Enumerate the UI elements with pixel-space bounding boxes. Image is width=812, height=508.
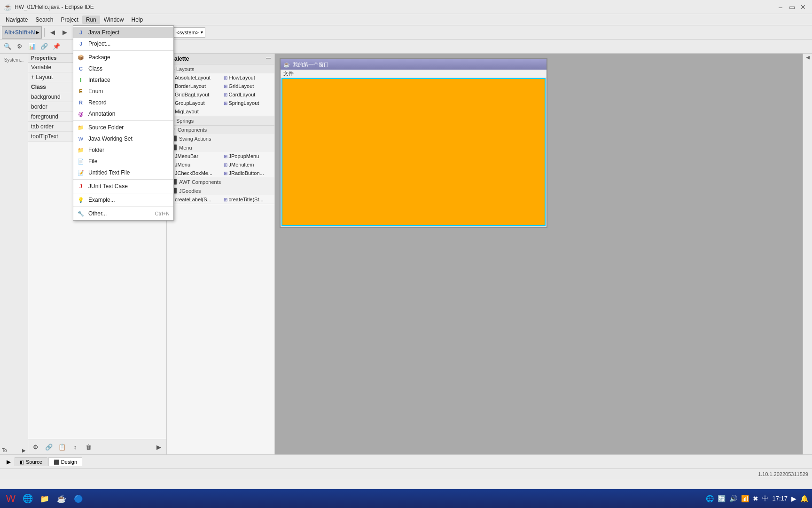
prop-btn-2[interactable]: 🔗 (43, 441, 55, 452)
prop-val-foreground[interactable]: 0,0,0 … (75, 112, 166, 122)
palette-item-jmenu[interactable]: ⊞JMenu (167, 161, 221, 168)
palette-close[interactable]: — (266, 56, 271, 61)
palette-swing-actions-header[interactable]: ⬛Swing Actions (167, 134, 274, 143)
palette-jgoodies-header[interactable]: ⬛JGoodies (167, 186, 274, 195)
palette-layouts-header[interactable]: ▶Layouts (167, 64, 274, 73)
prop-val-background[interactable]: ORANGE … (75, 92, 166, 102)
tab-expand-btn[interactable]: ▶ (4, 458, 14, 466)
prop-val-layout[interactable]: (java.awt.Border...) ▾ … (75, 72, 166, 82)
system-dropdown[interactable]: ☕ <system> ▾ (165, 27, 205, 38)
palette-item-flowlayout[interactable]: ⊞FlowLayout (221, 74, 275, 81)
maximize-button[interactable]: ▭ (787, 2, 797, 12)
new-button[interactable]: Alt+Shift+N ▶ (2, 26, 42, 39)
prop-val-tooltip[interactable] (75, 132, 166, 142)
properties-header: Properties (28, 54, 166, 63)
tab-design[interactable]: ⬛ Design (48, 457, 82, 466)
taskbar-network-icon: 🌐 (706, 495, 714, 502)
minimize-button[interactable]: – (775, 2, 786, 12)
toolbar2-btn2[interactable]: ⚙ (14, 41, 25, 52)
toolbar-fwd[interactable]: ▶ (59, 27, 70, 38)
palette-item-borderlayout[interactable]: ⊞BorderLayout (167, 82, 221, 90)
palette-item-jpopupmenu[interactable]: ⊞JPopupMenu (221, 152, 275, 160)
palette-item-jcheckboxmenu[interactable]: ⊞JCheckBoxMe... (167, 169, 221, 177)
palette-section-components: ▼Components ⬛Swing Actions ⬛Menu ⊞JMenuB… (167, 126, 274, 204)
menu-run[interactable]: Run (82, 16, 100, 24)
table-row: foreground 0,0,0 … (28, 112, 166, 122)
palette-item-gridbag[interactable]: ⊞GridBagLayout (167, 91, 221, 98)
toolbar-run[interactable]: ▶ (153, 27, 164, 38)
menu-navigate[interactable]: Navigate (2, 16, 31, 24)
toolbar2-btn5[interactable]: 📌 (51, 41, 62, 52)
palette-menu-header[interactable]: ⬛Menu (167, 143, 274, 152)
taskbar-ie[interactable]: 🌐 (21, 492, 35, 506)
palette-header: Palette — (167, 54, 274, 64)
prop-key-class: Class (28, 82, 75, 92)
toolbar2-btn3[interactable]: 📊 (26, 41, 38, 52)
properties-panel: Properties Variable contentPane + Layout… (28, 54, 167, 454)
palette-item-jmenubar[interactable]: ⊞JMenuBar (167, 152, 221, 160)
prop-btn-3[interactable]: 📋 (56, 441, 68, 452)
prop-btn-1[interactable]: ⚙ (30, 441, 41, 452)
palette-awt-header[interactable]: ⬛AWT Components (167, 177, 274, 186)
palette-components-header[interactable]: ▼Components (167, 126, 274, 134)
prop-key-variable: Variable (28, 63, 75, 72)
palette-item-createlabel[interactable]: ⊞createLabel(S... (167, 196, 221, 203)
var-table-container: Variable contentPane + Layout (java.awt.… (28, 63, 166, 439)
toolbar2-btn1[interactable]: 🔍 (2, 41, 13, 52)
prop-key-layout: + Layout (28, 72, 75, 82)
prop-val-class[interactable]: javax.swing.JPanel (75, 82, 166, 92)
taskbar-start[interactable]: W (4, 492, 18, 506)
menu-window[interactable]: Window (100, 16, 128, 24)
prop-key-border: border (28, 102, 75, 112)
prop-val-taborder[interactable] (75, 122, 166, 132)
toolbar-cut[interactable]: ✂ (112, 27, 124, 38)
table-row: background ORANGE … (28, 92, 166, 102)
canvas-window-title: ☕ 我的第一个窗口 (281, 59, 547, 70)
prop-btn-4[interactable]: ↕ (70, 441, 81, 452)
taskbar-media-icon: ▶ (791, 495, 796, 502)
taskbar-java[interactable]: ☕ (55, 492, 69, 506)
palette-item-jradiobtnmenu[interactable]: ⊞JRadioButton... (221, 169, 275, 177)
prop-val-variable[interactable]: contentPane (75, 63, 166, 72)
toolbar-back[interactable]: ◀ (47, 27, 58, 38)
prop-key-foreground: foreground (28, 112, 75, 122)
palette-item-miglayout[interactable]: ⊞MigLayout (167, 108, 274, 115)
palette-item-springlayout[interactable]: ⊞SpringLayout (221, 99, 275, 107)
close-button[interactable]: ✕ (798, 2, 808, 12)
prop-key-tooltip: toolTipText (28, 132, 75, 142)
palette-item-createtitle[interactable]: ⊞createTitle(St... (221, 196, 275, 203)
toolbar-print[interactable]: 🖨 (88, 27, 99, 38)
right-sidebar-label[interactable]: ▶ (803, 54, 812, 63)
properties-toolbar: ⚙ 🔗 📋 ↕ 🗑 ▶ (28, 439, 166, 454)
title-bar: ☕ HW_01/Hello.java - Eclipse IDE – ▭ ✕ (0, 0, 812, 14)
palette-row: ⊞AbsoluteLayout ⊞FlowLayout (167, 73, 274, 82)
prop-key-taborder: tab order (28, 122, 75, 132)
prop-btn-scroll[interactable]: ▶ (153, 441, 164, 452)
palette-item-absolutelayout[interactable]: ⊞AbsoluteLayout (167, 74, 221, 81)
menu-project[interactable]: Project (57, 16, 82, 24)
palette-item-cardlayout[interactable]: ⊞CardLayout (221, 91, 275, 98)
menu-search[interactable]: Search (31, 16, 57, 24)
palette-item-jmenuitem[interactable]: ⊞JMenultem (221, 161, 275, 168)
prop-btn-5[interactable]: 🗑 (83, 441, 94, 452)
menu-help[interactable]: Help (127, 16, 147, 24)
palette-springs-header[interactable]: ▶Springs (167, 116, 274, 125)
toolbar-save[interactable]: 💾 (76, 27, 87, 38)
palette-item-gridlayout[interactable]: ⊞GridLayout (221, 82, 275, 90)
toolbar-paste[interactable]: 📌 (125, 27, 136, 38)
palette-row: ⊞JMenu ⊞JMenultem (167, 160, 274, 169)
prop-val-border[interactable]: EmptyBorder … (75, 102, 166, 112)
toolbar-delete[interactable]: 🗑 (137, 27, 148, 38)
toolbar2-btn4[interactable]: 🔗 (39, 41, 50, 52)
toolbar-sep-1 (44, 28, 45, 37)
prop-key-background: background (28, 92, 75, 102)
toolbar-copy[interactable]: 📋 (100, 27, 111, 38)
properties-table: Variable contentPane + Layout (java.awt.… (28, 63, 166, 142)
tab-source[interactable]: ◧ Source (15, 457, 47, 466)
taskbar-lang: 中 (762, 494, 768, 503)
taskbar-files[interactable]: 📁 (38, 492, 52, 506)
taskbar-left: W 🌐 📁 ☕ 🔵 (4, 492, 86, 506)
palette-item-grouplayout[interactable]: ⊞GroupLayout (167, 99, 221, 107)
sidebar-item-to[interactable]: To▶ (0, 446, 28, 454)
taskbar-app2[interactable]: 🔵 (71, 492, 86, 506)
